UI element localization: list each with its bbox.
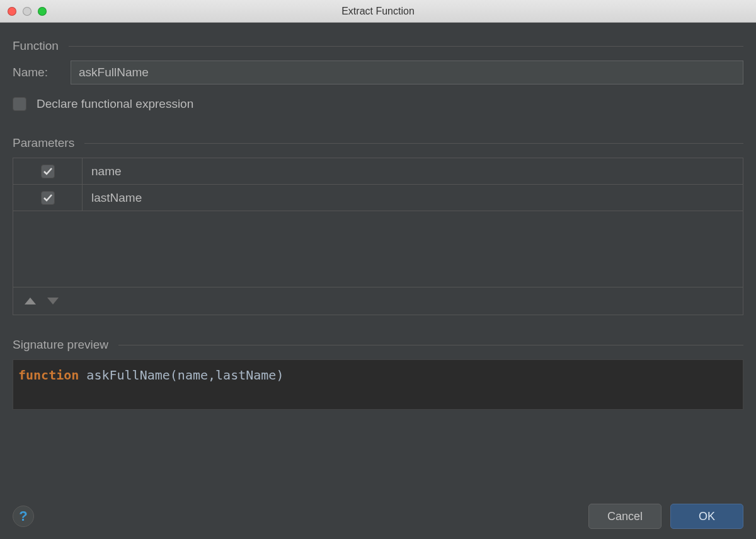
parameters-table: name lastName [13, 158, 743, 315]
help-button[interactable]: ? [13, 506, 34, 527]
section-parameters-label: Parameters [13, 136, 74, 150]
section-signature-label: Signature preview [13, 338, 108, 352]
parameters-toolbar [13, 287, 743, 315]
name-row: Name: [13, 61, 743, 84]
name-label: Name: [13, 66, 71, 79]
param-check-cell [13, 185, 83, 211]
signature-body: askFullName(name,lastName) [79, 368, 284, 383]
section-function: Function [13, 39, 743, 53]
declare-functional-label: Declare functional expression [37, 97, 193, 111]
param-name: name [83, 158, 743, 184]
name-input[interactable] [71, 61, 743, 84]
declare-functional-checkbox[interactable] [13, 97, 26, 111]
divider [84, 143, 743, 144]
table-row[interactable]: lastName [13, 185, 743, 211]
declare-functional-row: Declare functional expression [13, 97, 743, 111]
section-function-label: Function [13, 39, 59, 53]
table-row[interactable]: name [13, 158, 743, 185]
table-empty-area [13, 211, 743, 287]
titlebar: Extract Function [0, 0, 756, 23]
divider [69, 46, 743, 47]
move-down-icon[interactable] [47, 298, 59, 304]
move-up-icon[interactable] [25, 298, 36, 304]
param-check-cell [13, 158, 83, 184]
ok-button[interactable]: OK [670, 504, 743, 529]
section-signature: Signature preview [13, 338, 743, 352]
param-checkbox[interactable] [41, 191, 55, 205]
divider [118, 345, 743, 345]
dialog-content: Function Name: Declare functional expres… [0, 23, 756, 539]
param-name: lastName [83, 185, 743, 211]
window-title: Extract Function [0, 6, 756, 17]
section-parameters: Parameters [13, 136, 743, 150]
dialog-footer: ? Cancel OK [13, 489, 743, 529]
signature-preview: function askFullName(name,lastName) [13, 359, 743, 410]
param-checkbox[interactable] [41, 165, 55, 178]
cancel-button[interactable]: Cancel [588, 504, 662, 529]
signature-keyword: function [18, 368, 79, 383]
